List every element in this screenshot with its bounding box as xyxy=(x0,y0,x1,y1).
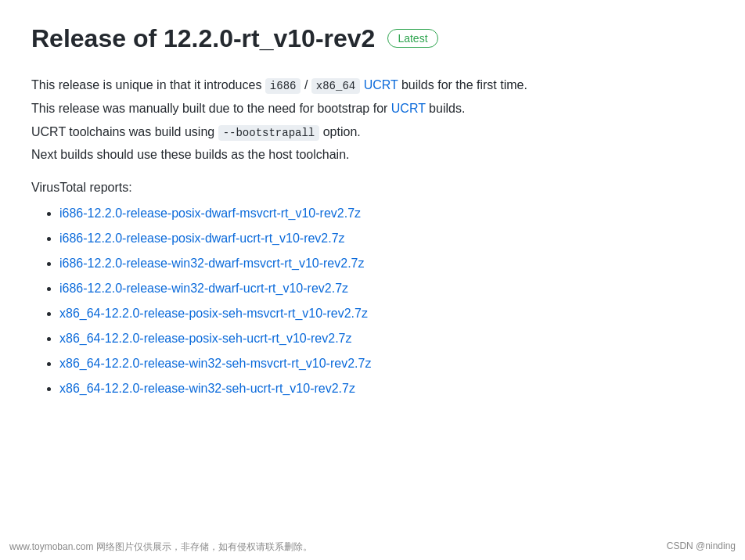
desc-line1-end: builds for the first time. xyxy=(398,78,527,92)
virustotal-link-2[interactable]: i686-12.2.0-release-posix-dwarf-ucrt-rt_… xyxy=(59,232,345,245)
inline-code-i686: i686 xyxy=(265,78,301,94)
virustotal-link-1[interactable]: i686-12.2.0-release-posix-dwarf-msvcrt-r… xyxy=(59,206,361,220)
virustotal-link-6[interactable]: x86_64-12.2.0-release-posix-seh-ucrt-rt_… xyxy=(59,332,352,345)
virustotal-section: VirusTotal reports: i686-12.2.0-release-… xyxy=(31,181,714,398)
list-item: i686-12.2.0-release-win32-dwarf-ucrt-rt_… xyxy=(59,279,714,298)
virustotal-link-8[interactable]: x86_64-12.2.0-release-win32-seh-ucrt-rt_… xyxy=(59,382,355,395)
list-item: x86_64-12.2.0-release-posix-seh-ucrt-rt_… xyxy=(59,329,714,348)
description-line3: UCRT toolchains was build using --bootst… xyxy=(31,122,714,142)
desc-line3-before: UCRT toolchains was build using xyxy=(31,125,218,138)
description-section: This release is unique in that it introd… xyxy=(31,75,714,164)
page-title: Release of 12.2.0-rt_v10-rev2 xyxy=(31,23,375,53)
description-line2: This release was manually built due to t… xyxy=(31,99,714,119)
virustotal-link-5[interactable]: x86_64-12.2.0-release-posix-seh-msvcrt-r… xyxy=(59,307,368,320)
list-item: i686-12.2.0-release-win32-dwarf-msvcrt-r… xyxy=(59,254,714,273)
desc-separator: / xyxy=(301,78,311,92)
watermark: www.toymoban.com 网络图片仅供展示，非存储，如有侵权请联系删除。… xyxy=(0,540,745,554)
list-item: i686-12.2.0-release-posix-dwarf-msvcrt-r… xyxy=(59,204,714,223)
list-item: x86_64-12.2.0-release-win32-seh-msvcrt-r… xyxy=(59,354,714,373)
inline-code-bootstrapall: --bootstrapall xyxy=(218,125,320,141)
watermark-left: www.toymoban.com 网络图片仅供展示，非存储，如有侵权请联系删除。 xyxy=(9,540,312,554)
ucrt-link-1[interactable]: UCRT xyxy=(364,78,398,92)
ucrt-link-2[interactable]: UCRT xyxy=(391,102,426,115)
description-line1: This release is unique in that it introd… xyxy=(31,75,714,95)
latest-badge: Latest xyxy=(387,29,437,48)
list-item: x86_64-12.2.0-release-win32-seh-ucrt-rt_… xyxy=(59,379,714,398)
virustotal-link-3[interactable]: i686-12.2.0-release-win32-dwarf-msvcrt-r… xyxy=(59,257,364,270)
list-item: x86_64-12.2.0-release-posix-seh-msvcrt-r… xyxy=(59,304,714,323)
desc-line3-end: option. xyxy=(319,125,360,138)
virustotal-links-list: i686-12.2.0-release-posix-dwarf-msvcrt-r… xyxy=(31,204,714,398)
list-item: i686-12.2.0-release-posix-dwarf-ucrt-rt_… xyxy=(59,229,714,248)
desc-line2-before: This release was manually built due to t… xyxy=(31,102,391,115)
description-line4: Next builds should use these builds as t… xyxy=(31,145,714,165)
virustotal-label: VirusTotal reports: xyxy=(31,181,714,195)
desc-line1-before: This release is unique in that it introd… xyxy=(31,78,265,92)
virustotal-link-7[interactable]: x86_64-12.2.0-release-win32-seh-msvcrt-r… xyxy=(59,357,371,370)
virustotal-link-4[interactable]: i686-12.2.0-release-win32-dwarf-ucrt-rt_… xyxy=(59,282,348,295)
title-container: Release of 12.2.0-rt_v10-rev2 Latest xyxy=(31,23,714,53)
desc-line2-end: builds. xyxy=(426,102,466,115)
inline-code-x86_64: x86_64 xyxy=(311,78,360,94)
watermark-right: CSDN @ninding xyxy=(667,540,736,554)
